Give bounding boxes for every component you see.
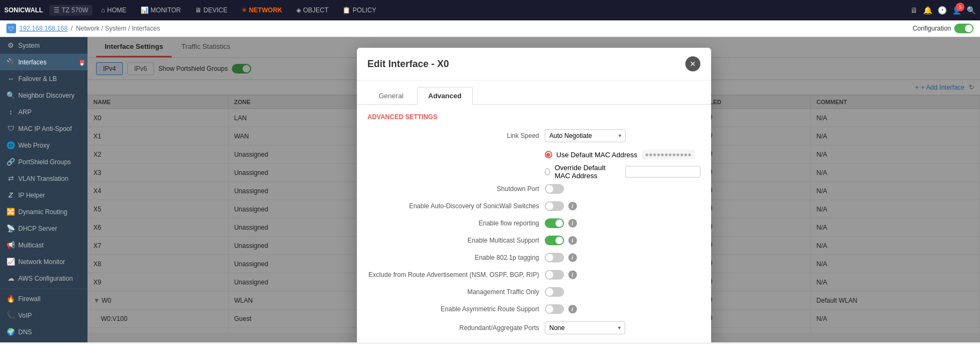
enable-8021p-tagging-label: Enable 802.1p tagging — [368, 254, 539, 261]
management-traffic-only-toggle[interactable] — [545, 287, 564, 297]
sidebar-item-ip-helper[interactable]: Z IP Helper — [0, 187, 87, 203]
management-traffic-only-row: Management Traffic Only — [368, 287, 700, 297]
sidebar-item-firewall[interactable]: 🔥 Firewall — [0, 289, 87, 307]
hamburger-icon[interactable]: ☰ — [54, 6, 60, 14]
sidebar-item-web-proxy[interactable]: 🌐 Web Proxy — [0, 137, 87, 153]
arp-icon: ↕ — [6, 108, 15, 116]
sidebar-item-system[interactable]: ⚙ System — [0, 37, 87, 54]
sidebar-item-dynamic-routing[interactable]: 🔀 Dynamic Routing — [0, 203, 87, 220]
search-icon[interactable]: 🔍 — [967, 6, 976, 14]
monitor-status-icon[interactable]: 🖥 — [910, 6, 918, 14]
redundant-ports-select-wrapper: None — [545, 321, 625, 334]
enable-flow-reporting-control: i — [545, 218, 577, 228]
nav-object[interactable]: ◈ OBJECT — [290, 4, 335, 16]
link-speed-control: Auto Negotiate 10 Mbps Half Duplex 100 M… — [545, 129, 626, 142]
portshield-icon: 🔗 — [6, 158, 15, 166]
exclude-route-adv-row: Exclude from Route Advertisement (NSM, O… — [368, 270, 700, 280]
enable-flow-reporting-info[interactable]: i — [568, 219, 577, 228]
enable-multicast-support-control: i — [545, 236, 577, 245]
override-mac-input[interactable] — [625, 166, 700, 178]
sidebar-item-neighbor-discovery[interactable]: 🔍 Neighbor Discovery — [0, 87, 87, 104]
breadcrumb-separator: / — [71, 25, 72, 32]
advanced-settings-title: ADVANCED SETTINGS — [368, 113, 700, 121]
sidebar-item-dns[interactable]: 🌍 DNS — [0, 324, 87, 340]
exclude-route-adv-control: i — [545, 270, 577, 280]
sidebar-item-multicast[interactable]: 📢 Multicast — [0, 237, 87, 253]
enable-multicast-support-toggle[interactable] — [545, 236, 564, 245]
device-icon: 🖥 — [195, 6, 201, 14]
nav-network[interactable]: ✳ NETWORK — [235, 4, 289, 16]
enable-auto-discovery-label: Enable Auto-Discovery of SonicWall Switc… — [368, 202, 539, 210]
config-toggle[interactable] — [954, 24, 974, 33]
enable-asymmetric-route-label: Enable Asymmetric Route Support — [368, 305, 539, 313]
aws-icon: ☁ — [6, 274, 15, 282]
sidebar-item-interfaces[interactable]: 🔌 Interfaces ● — [0, 54, 87, 70]
ip-helper-icon: Z — [6, 191, 15, 199]
vlan-icon: ⇄ — [6, 174, 15, 182]
nav-home[interactable]: ⌂ HOME — [94, 4, 133, 16]
sidebar-item-aws-configuration[interactable]: ☁ AWS Configuration — [0, 270, 87, 287]
modal-tabs: General Advanced — [357, 80, 711, 105]
exclude-route-adv-toggle[interactable] — [545, 270, 564, 280]
exclude-route-adv-info[interactable]: i — [568, 270, 577, 279]
enable-auto-discovery-info[interactable]: i — [568, 202, 577, 210]
redundant-aggregate-ports-label: Redundant/Aggregate Ports — [368, 324, 539, 332]
breadcrumb-bar: 🛡 192.168.168.168 / Network / System / I… — [0, 20, 980, 37]
network-icon: ✳ — [242, 6, 247, 14]
override-mac-label: Override Default MAC Address — [554, 164, 620, 180]
device-name[interactable]: ☰ TZ 570W — [49, 5, 92, 16]
management-traffic-only-label: Management Traffic Only — [368, 288, 539, 296]
shutdown-port-row: Shutdown Port — [368, 184, 700, 194]
enable-auto-discovery-control: i — [545, 201, 577, 211]
enable-8021p-tagging-control: i — [545, 253, 577, 262]
enable-auto-discovery-toggle[interactable] — [545, 201, 564, 211]
device-name-text: TZ 570W — [62, 6, 88, 14]
sidebar-item-voip[interactable]: 📞 VoIP — [0, 307, 87, 324]
redundant-aggregate-ports-select[interactable]: None — [545, 321, 625, 334]
sidebar-item-arp[interactable]: ↕ ARP — [0, 104, 87, 120]
clock-icon[interactable]: 🕐 — [938, 6, 947, 14]
enable-asymmetric-route-info[interactable]: i — [568, 305, 577, 313]
modal-title: Edit Interface - X0 — [368, 58, 449, 70]
sidebar-item-network-monitor[interactable]: 📈 Network Monitor — [0, 253, 87, 270]
enable-multicast-support-row: Enable Multicast Support i — [368, 236, 700, 245]
alerts-icon[interactable]: 🔔 — [923, 6, 932, 14]
nav-monitor[interactable]: 📊 MONITOR — [134, 4, 187, 16]
enable-asymmetric-route-control: i — [545, 304, 577, 314]
nav-device[interactable]: 🖥 DEVICE — [188, 4, 234, 16]
enable-multicast-support-label: Enable Multicast Support — [368, 237, 539, 244]
override-mac-radio[interactable] — [545, 168, 551, 175]
config-label: Configuration — [913, 25, 951, 32]
monitor-icon: 📊 — [141, 6, 149, 14]
failover-icon: ↔ — [6, 75, 15, 83]
modal-tab-general[interactable]: General — [368, 87, 415, 104]
use-default-mac-radio[interactable] — [545, 151, 552, 158]
enable-8021p-tagging-toggle[interactable] — [545, 253, 564, 262]
mac-address-value: ●●●●●●●●●●●● — [642, 150, 695, 159]
enable-8021p-tagging-info[interactable]: i — [568, 253, 577, 262]
sidebar-item-failover-lb[interactable]: ↔ Failover & LB — [0, 70, 87, 87]
network-monitor-icon: 📈 — [6, 258, 15, 266]
content-area: Interface Settings Traffic Statistics IP… — [87, 37, 980, 342]
enable-asymmetric-route-toggle[interactable] — [545, 304, 564, 314]
redundant-aggregate-ports-control: None — [545, 321, 625, 334]
sidebar-item-vlan-translation[interactable]: ⇄ VLAN Translation — [0, 170, 87, 187]
enable-multicast-support-info[interactable]: i — [568, 236, 577, 245]
redundant-aggregate-ports-row: Redundant/Aggregate Ports None — [368, 321, 700, 334]
link-speed-select[interactable]: Auto Negotiate 10 Mbps Half Duplex 100 M… — [545, 129, 626, 142]
breadcrumb-ip[interactable]: 192.168.168.168 — [19, 25, 68, 32]
enable-flow-reporting-toggle[interactable] — [545, 218, 564, 228]
use-default-mac-label: Use Default MAC Address — [557, 151, 638, 159]
modal-close-button[interactable]: ✕ — [685, 56, 700, 71]
modal-overlay: Edit Interface - X0 ✕ General Advanced A… — [87, 37, 980, 342]
sidebar-item-dhcp-server[interactable]: 📡 DHCP Server — [0, 220, 87, 237]
breadcrumb-left: 🛡 192.168.168.168 / Network / System / I… — [6, 24, 160, 33]
nav-items: ⌂ HOME 📊 MONITOR 🖥 DEVICE ✳ NETWORK ◈ OB… — [94, 4, 908, 16]
nav-policy[interactable]: 📋 POLICY — [336, 4, 383, 16]
shutdown-port-toggle[interactable] — [545, 184, 564, 194]
exclude-route-adv-label: Exclude from Route Advertisement (NSM, O… — [368, 271, 539, 279]
sidebar-item-mac-ip-anti-spoof[interactable]: 🛡 MAC IP Anti-Spoof — [0, 120, 87, 137]
sidebar-item-portshield-groups[interactable]: 🔗 PortShield Groups — [0, 153, 87, 170]
sidebar-item-sdwan[interactable]: ⟳ SDWAN — [0, 340, 87, 342]
modal-tab-advanced[interactable]: Advanced — [417, 87, 473, 105]
